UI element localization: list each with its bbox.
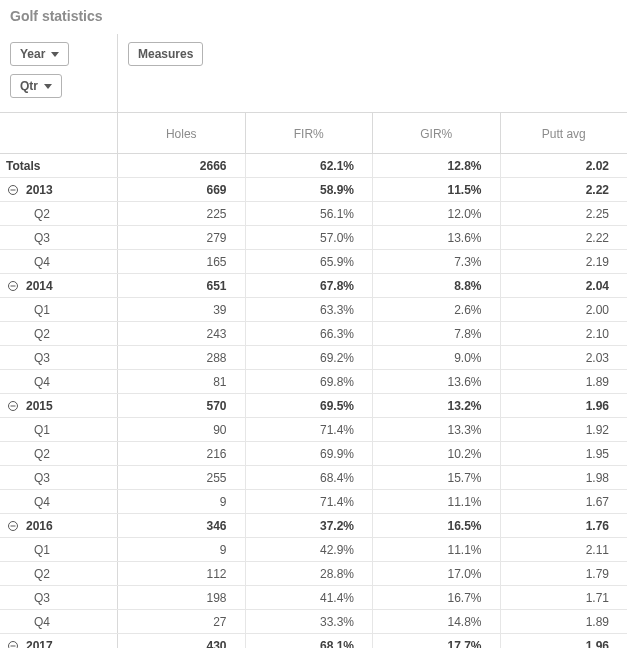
qtr-value: 1.71 [501, 586, 628, 609]
year-row: 201366958.9%11.5%2.22 [0, 178, 627, 202]
header-stub [0, 113, 118, 153]
page-title: Golf statistics [0, 0, 627, 34]
year-row: 201465167.8%8.8%2.04 [0, 274, 627, 298]
qtr-value: 65.9% [246, 250, 374, 273]
collapse-icon[interactable] [6, 639, 20, 649]
qtr-label-cell: Q4 [0, 370, 118, 393]
qtr-value: 9.0% [373, 346, 501, 369]
qtr-label: Q3 [34, 346, 50, 370]
qtr-label-cell: Q1 [0, 538, 118, 561]
qtr-row: Q221669.9%10.2%1.95 [0, 442, 627, 466]
qtr-value: 7.8% [373, 322, 501, 345]
year-label: 2017 [26, 634, 53, 649]
year-value: 1.96 [501, 394, 628, 417]
year-value: 8.8% [373, 274, 501, 297]
qtr-value: 2.00 [501, 298, 628, 321]
year-label-cell[interactable]: 2015 [0, 394, 118, 417]
qtr-row: Q224366.3%7.8%2.10 [0, 322, 627, 346]
collapse-icon[interactable] [6, 279, 20, 293]
qtr-value: 81 [118, 370, 246, 393]
year-value: 2.04 [501, 274, 628, 297]
qtr-row: Q416565.9%7.3%2.19 [0, 250, 627, 274]
year-label-cell[interactable]: 2017 [0, 634, 118, 648]
qtr-value: 1.92 [501, 418, 628, 441]
qtr-label: Q4 [34, 370, 50, 394]
qtr-row: Q325568.4%15.7%1.98 [0, 466, 627, 490]
qtr-value: 42.9% [246, 538, 374, 561]
qtr-value: 216 [118, 442, 246, 465]
qtr-value: 2.11 [501, 538, 628, 561]
column-header-holes[interactable]: Holes [118, 113, 246, 153]
qtr-value: 16.7% [373, 586, 501, 609]
qtr-value: 198 [118, 586, 246, 609]
qtr-row: Q48169.8%13.6%1.89 [0, 370, 627, 394]
qtr-row: Q211228.8%17.0%1.79 [0, 562, 627, 586]
qtr-label: Q2 [34, 202, 50, 226]
qtr-value: 33.3% [246, 610, 374, 633]
totals-value: 2.02 [501, 154, 628, 177]
year-value: 58.9% [246, 178, 374, 201]
qtr-dropdown[interactable]: Qtr [10, 74, 62, 98]
qtr-label-cell: Q2 [0, 322, 118, 345]
column-header-gir[interactable]: GIR% [373, 113, 501, 153]
year-row: 201634637.2%16.5%1.76 [0, 514, 627, 538]
qtr-label-cell: Q3 [0, 466, 118, 489]
year-label-cell[interactable]: 2013 [0, 178, 118, 201]
qtr-label: Q2 [34, 442, 50, 466]
qtr-value: 2.03 [501, 346, 628, 369]
qtr-value: 27 [118, 610, 246, 633]
year-value: 430 [118, 634, 246, 648]
collapse-icon[interactable] [6, 519, 20, 533]
qtr-value: 243 [118, 322, 246, 345]
year-value: 669 [118, 178, 246, 201]
totals-label: Totals [6, 154, 40, 178]
column-dimension-controls: Measures [118, 34, 627, 112]
totals-label-cell: Totals [0, 154, 118, 177]
year-value: 651 [118, 274, 246, 297]
qtr-label-cell: Q1 [0, 298, 118, 321]
column-header-fir[interactable]: FIR% [246, 113, 374, 153]
year-value: 11.5% [373, 178, 501, 201]
qtr-label-cell: Q2 [0, 202, 118, 225]
year-dropdown-label: Year [20, 47, 45, 61]
qtr-value: 28.8% [246, 562, 374, 585]
qtr-value: 69.9% [246, 442, 374, 465]
qtr-label-cell: Q4 [0, 250, 118, 273]
qtr-value: 11.1% [373, 538, 501, 561]
qtr-row: Q1942.9%11.1%2.11 [0, 538, 627, 562]
year-row: 201743068.1%17.7%1.96 [0, 634, 627, 648]
totals-value: 2666 [118, 154, 246, 177]
pivot-body: Totals266662.1%12.8%2.02201366958.9%11.5… [0, 154, 627, 648]
qtr-value: 2.25 [501, 202, 628, 225]
year-label-cell[interactable]: 2016 [0, 514, 118, 537]
year-value: 13.2% [373, 394, 501, 417]
qtr-value: 2.6% [373, 298, 501, 321]
collapse-icon[interactable] [6, 399, 20, 413]
qtr-value: 1.89 [501, 610, 628, 633]
svg-point-8 [9, 641, 18, 648]
qtr-label: Q1 [34, 418, 50, 442]
qtr-value: 71.4% [246, 490, 374, 513]
measures-button[interactable]: Measures [128, 42, 203, 66]
qtr-dropdown-label: Qtr [20, 79, 38, 93]
qtr-value: 71.4% [246, 418, 374, 441]
qtr-value: 1.79 [501, 562, 628, 585]
qtr-label: Q2 [34, 562, 50, 586]
year-label: 2013 [26, 178, 53, 202]
qtr-value: 39 [118, 298, 246, 321]
year-label-cell[interactable]: 2014 [0, 274, 118, 297]
column-header-putt[interactable]: Putt avg [501, 113, 628, 153]
qtr-value: 255 [118, 466, 246, 489]
year-value: 1.76 [501, 514, 628, 537]
qtr-value: 13.6% [373, 370, 501, 393]
qtr-value: 165 [118, 250, 246, 273]
qtr-value: 11.1% [373, 490, 501, 513]
totals-row: Totals266662.1%12.8%2.02 [0, 154, 627, 178]
qtr-value: 1.95 [501, 442, 628, 465]
caret-down-icon [44, 84, 52, 89]
qtr-value: 2.10 [501, 322, 628, 345]
qtr-row: Q328869.2%9.0%2.03 [0, 346, 627, 370]
collapse-icon[interactable] [6, 183, 20, 197]
year-dropdown[interactable]: Year [10, 42, 69, 66]
qtr-label: Q3 [34, 226, 50, 250]
